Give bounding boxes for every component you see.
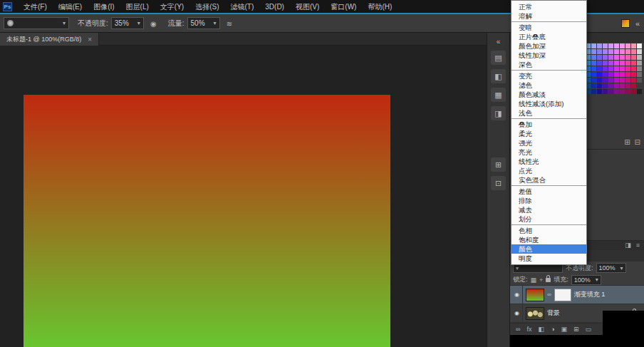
blend-mode-option[interactable]: 饱和度 [511, 235, 586, 244]
color-swatch[interactable] [608, 89, 613, 94]
pressure-opacity-icon[interactable]: ◉ [147, 17, 160, 29]
color-swatch[interactable] [620, 72, 625, 77]
color-swatch[interactable] [637, 89, 642, 94]
blend-mode-option[interactable]: 柔光 [511, 129, 586, 138]
color-swatch[interactable] [620, 66, 625, 71]
visibility-eye-icon[interactable]: ◉ [511, 286, 523, 304]
collapse-panel-icon[interactable]: ◨ [625, 241, 631, 250]
document-canvas[interactable] [24, 95, 390, 347]
delete-layer-icon[interactable]: ▭ [585, 326, 591, 333]
menubar-item[interactable]: 文件(F) [18, 3, 53, 11]
blend-mode-option[interactable]: 滤色 [511, 81, 586, 90]
color-swatch[interactable] [625, 78, 630, 83]
visibility-eye-icon[interactable]: ◉ [511, 304, 523, 323]
color-swatch[interactable] [597, 89, 602, 94]
color-swatch[interactable] [608, 78, 613, 83]
color-swatch[interactable] [591, 66, 596, 71]
color-swatch[interactable] [637, 78, 642, 83]
lock-all-icon[interactable] [546, 278, 551, 282]
color-swatch[interactable] [614, 78, 619, 83]
airbrush-icon[interactable]: ≋ [224, 17, 236, 29]
color-swatch[interactable] [614, 66, 619, 71]
blend-mode-option[interactable]: 浅色 [511, 108, 586, 118]
blend-mode-option[interactable]: 划分 [511, 214, 586, 224]
collapse-panels-icon[interactable]: « [635, 19, 640, 28]
color-swatch[interactable] [620, 83, 625, 88]
mask-link-icon[interactable]: ∞ [547, 291, 551, 298]
blend-mode-option[interactable]: 点光 [511, 166, 586, 175]
color-swatch[interactable] [597, 61, 602, 66]
color-swatch[interactable] [631, 61, 636, 66]
blend-mode-option[interactable]: 深色 [511, 60, 586, 69]
blend-mode-option[interactable]: 叠加 [511, 120, 586, 129]
blend-mode-option[interactable]: 变暗 [511, 23, 586, 32]
layer-mask-thumbnail[interactable] [554, 289, 571, 301]
layer-opacity-field[interactable]: 100% ▾ [596, 263, 626, 273]
layer-thumbnail[interactable] [526, 289, 544, 301]
color-swatch[interactable] [625, 66, 630, 71]
menubar-item[interactable]: 帮助(H) [362, 3, 398, 11]
color-swatch[interactable] [608, 49, 613, 54]
color-swatch[interactable] [637, 66, 642, 71]
color-swatch[interactable] [591, 43, 596, 48]
color-swatch[interactable] [591, 49, 596, 54]
blend-mode-option[interactable]: 线性加深 [511, 51, 586, 60]
color-swatch[interactable] [603, 66, 608, 71]
color-swatch[interactable] [597, 66, 602, 71]
blend-mode-option[interactable]: 颜色 [511, 244, 586, 254]
color-swatch[interactable] [603, 49, 608, 54]
color-swatch[interactable] [631, 83, 636, 88]
paragraph-panel-icon[interactable]: ⊞ [491, 157, 506, 172]
new-layer-icon[interactable]: ⊞ [573, 326, 579, 333]
blend-mode-option[interactable]: 颜色减淡 [511, 90, 586, 99]
color-swatch[interactable] [631, 49, 636, 54]
color-swatch[interactable] [631, 43, 636, 48]
color-swatch[interactable] [603, 89, 608, 94]
color-swatch[interactable] [625, 49, 630, 54]
blend-mode-option[interactable]: 亮光 [511, 147, 586, 157]
color-swatch[interactable] [637, 49, 642, 54]
menubar-item[interactable]: 视图(V) [290, 3, 325, 11]
menubar-item[interactable]: 图层(L) [120, 3, 155, 11]
color-swatch[interactable] [631, 72, 636, 77]
close-tab-icon[interactable]: × [88, 36, 92, 43]
color-swatch[interactable] [603, 61, 608, 66]
layer-name[interactable]: 背景 [547, 309, 560, 318]
blend-mode-option[interactable]: 颜色加深 [511, 41, 586, 51]
color-swatch[interactable] [620, 61, 625, 66]
layer-name[interactable]: 渐变填充 1 [574, 290, 606, 299]
flow-field[interactable]: 50% ▾ [187, 17, 220, 29]
blend-mode-option[interactable]: 正常 [511, 2, 586, 11]
color-swatch[interactable] [603, 55, 608, 60]
color-swatch[interactable] [631, 89, 636, 94]
color-swatch[interactable] [603, 78, 608, 83]
color-swatch[interactable] [637, 43, 642, 48]
color-swatch[interactable] [603, 43, 608, 48]
color-swatch[interactable] [608, 43, 613, 48]
color-swatch[interactable] [614, 83, 619, 88]
color-swatch[interactable] [608, 66, 613, 71]
color-swatch[interactable] [637, 72, 642, 77]
delete-swatch-icon[interactable]: ⊟ [635, 138, 640, 146]
properties-panel-icon[interactable]: ◧ [491, 69, 506, 83]
document-tab[interactable]: 未标题-1 @ 100%(RGB/8) × [0, 33, 99, 46]
opacity-field[interactable]: 35% ▾ [111, 17, 144, 29]
color-swatch[interactable] [614, 61, 619, 66]
color-swatch[interactable] [637, 55, 642, 60]
tool-preset-dropdown[interactable]: ▾ [4, 17, 69, 29]
color-swatch[interactable] [614, 55, 619, 60]
menubar-item[interactable]: 图像(I) [88, 3, 120, 11]
color-swatch[interactable] [597, 55, 602, 60]
blend-mode-option[interactable]: 减去 [511, 205, 586, 214]
history-panel-icon[interactable]: ▤ [491, 51, 506, 65]
blend-mode-option[interactable]: 实色混合 [511, 175, 586, 185]
color-swatch[interactable] [597, 78, 602, 83]
workspace-switcher-icon[interactable] [621, 19, 630, 28]
color-swatch[interactable] [597, 72, 602, 77]
blend-mode-option[interactable]: 排除 [511, 196, 586, 205]
link-layers-icon[interactable]: ∞ [516, 326, 520, 333]
color-swatch[interactable] [620, 43, 625, 48]
color-swatch[interactable] [591, 83, 596, 88]
color-swatch[interactable] [591, 61, 596, 66]
menubar-item[interactable]: 3D(D) [259, 3, 290, 11]
